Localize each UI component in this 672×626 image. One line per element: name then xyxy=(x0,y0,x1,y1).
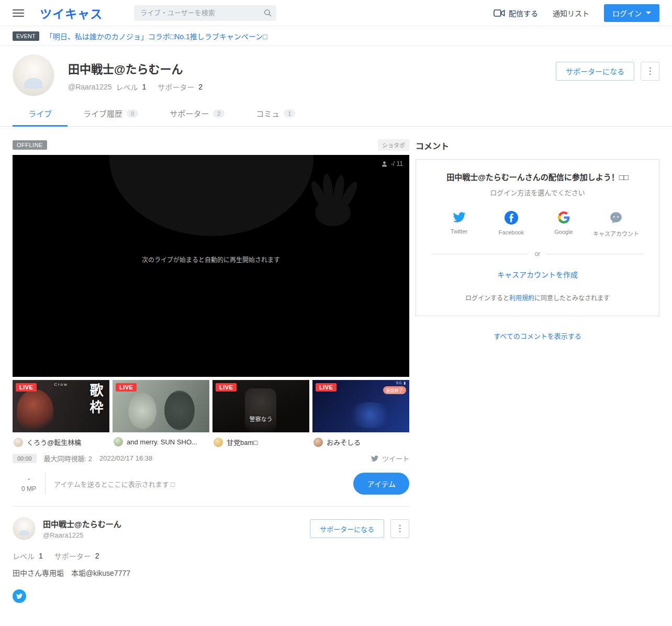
avatar xyxy=(14,438,23,447)
tweet-button[interactable]: ツイート xyxy=(371,453,409,463)
menu-icon[interactable] xyxy=(13,7,24,19)
join-title: 田中戦士@たらむーんさんの配信に参加しよう！□□ xyxy=(429,171,646,182)
mp-value: 0 MP xyxy=(13,485,45,493)
tab-bar: ライブ ライブ履歴 0 サポーター 2 コミュ 1 xyxy=(0,108,672,127)
mascot-silhouette xyxy=(13,155,409,377)
send-item-button[interactable]: アイテム xyxy=(353,473,409,495)
player-message: 次のライブが始まると自動的に再生開始されます xyxy=(13,255,409,264)
notifications-button[interactable]: 通知リスト xyxy=(553,8,589,18)
level-label: レベル xyxy=(13,551,35,561)
level-value: 1 xyxy=(39,552,43,560)
avatar[interactable] xyxy=(13,54,54,96)
twitter-icon xyxy=(452,211,466,223)
login-button[interactable]: ログイン xyxy=(604,4,659,22)
avatar[interactable] xyxy=(13,517,36,540)
max-viewers-label: 最大同時視聴: xyxy=(44,455,87,463)
twitter-icon xyxy=(16,593,23,599)
provider-label: Google xyxy=(554,229,573,235)
live-user-name: 甘党bam□ xyxy=(227,437,257,447)
search-input[interactable] xyxy=(140,9,263,17)
create-account-link[interactable]: キャスアカウントを作成 xyxy=(497,271,578,279)
login-providers: Twitter Facebook Google xyxy=(436,211,639,238)
become-supporter-button[interactable]: サポーターになる xyxy=(556,62,634,81)
profile-header: 田中戦士@たらむーん @Raara1225 レベル 1 サポーター 2 サポータ… xyxy=(0,46,672,96)
live-thumbnail[interactable]: LIVE 警察なう 甘党bam□ xyxy=(212,380,309,447)
search-box[interactable] xyxy=(134,5,276,21)
avatar xyxy=(214,438,223,447)
live-badge: LIVE xyxy=(316,383,337,392)
level-label: レベル xyxy=(116,82,138,92)
page-title: 田中戦士@たらむーん xyxy=(68,60,210,76)
search-icon xyxy=(263,8,272,17)
more-options-button[interactable]: ⋮ xyxy=(390,519,409,538)
twitter-profile-button[interactable] xyxy=(13,589,26,603)
viewer-count: -/ 11 xyxy=(381,160,403,167)
terms-link[interactable]: 利用規約 xyxy=(509,295,534,302)
become-supporter-button[interactable]: サポーターになる xyxy=(310,519,384,538)
thumbnail-overlay-text: Crow xyxy=(54,382,68,387)
supporter-label: サポーター xyxy=(158,82,194,92)
event-badge: EVENT xyxy=(13,31,39,41)
related-lives: LIVE Crow 歌枠 くろう@転生林檎 LIVE and merry. SU… xyxy=(13,380,409,447)
header: ツイキャス 配信する 通知リスト ログイン xyxy=(0,0,672,26)
login-label: ログイン xyxy=(612,8,642,18)
login-google-button[interactable]: Google xyxy=(541,211,587,238)
terms-prefix: ログインすると xyxy=(465,295,509,302)
tab-live-history-label: ライブ履歴 xyxy=(83,108,122,119)
or-divider: or xyxy=(432,250,643,258)
more-options-button[interactable]: ⋮ xyxy=(641,62,659,81)
live-badge: LIVE xyxy=(116,383,137,392)
terms-note: ログインすると利用規約に同意したとみなされます xyxy=(429,293,646,302)
tab-community[interactable]: コミュ 1 xyxy=(240,108,311,126)
tab-community-count: 1 xyxy=(284,109,295,118)
avatar xyxy=(313,438,323,447)
live-thumbnail[interactable]: LIVE 5G ▮ 配信終了 おみそしる xyxy=(312,380,409,447)
provider-label: キャスアカウント xyxy=(593,229,639,238)
item-row: - 0 MP アイテムを送るとここに表示されます □ アイテム xyxy=(13,473,409,495)
stream-stats: 00:00 最大同時視聴: 2 2022/02/17 16:38 ツイート xyxy=(13,453,409,463)
player-corner-badge[interactable]: ショタポ xyxy=(378,139,409,151)
stream-datetime: 2022/02/17 16:38 xyxy=(99,454,152,462)
person-icon xyxy=(381,161,388,167)
tab-live-history[interactable]: ライブ履歴 0 xyxy=(68,108,154,126)
broadcast-button[interactable]: 配信する xyxy=(494,8,538,18)
cas-account-icon xyxy=(609,211,623,225)
provider-label: Twitter xyxy=(451,228,467,234)
terms-suffix: に同意したとみなされます xyxy=(534,295,610,302)
tab-supporters-count: 2 xyxy=(213,109,225,118)
broadcast-ended-pill: 配信終了 xyxy=(383,386,406,394)
item-hint-text: アイテムを送るとここに表示されます □ xyxy=(54,479,175,489)
live-badge: LIVE xyxy=(216,383,237,392)
broadcast-label: 配信する xyxy=(509,8,538,18)
login-facebook-button[interactable]: Facebook xyxy=(488,211,534,238)
login-twitter-button[interactable]: Twitter xyxy=(436,211,482,238)
login-join-box: 田中戦士@たらむーんさんの配信に参加しよう！□□ ログイン方法を選んでください … xyxy=(416,159,659,316)
login-cas-account-button[interactable]: キャスアカウント xyxy=(593,211,639,238)
tab-live[interactable]: ライブ xyxy=(13,108,68,126)
comments-title: コメント xyxy=(416,139,659,152)
viewer-count-text: -/ 11 xyxy=(391,160,403,167)
supporter-label: サポーター xyxy=(54,551,91,561)
join-subtitle: ログイン方法を選んでください xyxy=(429,187,646,197)
event-bar: EVENT 「明日、私は誰かのカノジョ」コラボ□No.1推しラブキャンペーン□ xyxy=(0,26,672,46)
live-thumbnail[interactable]: LIVE Crow 歌枠 くろう@転生林檎 xyxy=(13,380,109,447)
profile-footer: 田中戦士@たらむーん @Raara1225 サポーターになる ⋮ xyxy=(13,517,409,540)
supporter-count[interactable]: 2 xyxy=(95,552,99,560)
or-label: or xyxy=(535,250,541,258)
offline-badge: OFFLINE xyxy=(13,140,47,150)
tab-supporters-label: サポーター xyxy=(170,108,209,119)
show-all-comments-link[interactable]: すべてのコメントを表示する xyxy=(494,332,581,340)
tab-live-history-count: 0 xyxy=(127,109,138,118)
tab-community-label: コミュ xyxy=(256,108,279,119)
live-thumbnail[interactable]: LIVE and merry. SUN SHO... xyxy=(113,380,209,447)
thumbnail-statusbar: 5G ▮ xyxy=(396,381,406,385)
live-badge: LIVE xyxy=(16,383,37,392)
score-value: - xyxy=(13,475,45,483)
user-bio: 田中さん専用垢 本垢@kikuse7777 xyxy=(13,567,409,578)
event-link[interactable]: 「明日、私は誰かのカノジョ」コラボ□No.1推しラブキャンペーン□ xyxy=(46,31,267,41)
facebook-icon xyxy=(505,211,518,225)
video-player[interactable]: -/ 11 次のライブが始まると自動的に再生開始されます xyxy=(13,155,409,377)
supporter-count[interactable]: 2 xyxy=(198,83,203,91)
app-logo[interactable]: ツイキャス xyxy=(40,4,103,22)
tab-supporters[interactable]: サポーター 2 xyxy=(154,108,240,126)
